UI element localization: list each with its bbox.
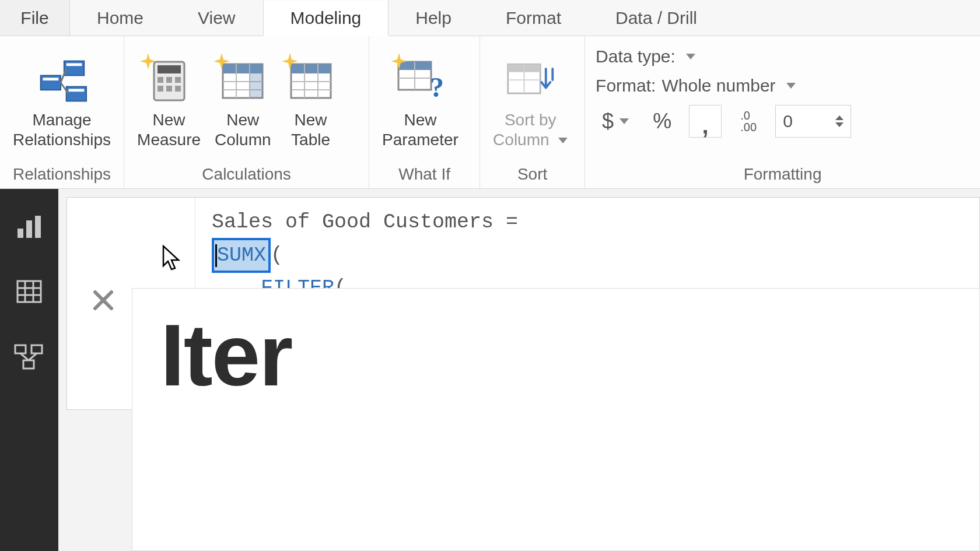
currency-symbol: $ — [602, 109, 614, 134]
svg-rect-45 — [18, 281, 41, 302]
format-dropdown[interactable] — [786, 83, 796, 89]
svg-rect-11 — [158, 77, 163, 83]
svg-line-53 — [20, 353, 29, 360]
svg-rect-50 — [15, 345, 26, 353]
new-column-icon — [217, 55, 268, 107]
svg-marker-32 — [391, 53, 407, 69]
thousands-separator-button[interactable]: , — [689, 105, 722, 138]
svg-rect-43 — [26, 220, 32, 238]
currency-button[interactable]: $ — [596, 105, 635, 138]
workspace: Sales of Good Customers = SUMX( FILTER( … — [0, 189, 980, 551]
chevron-down-icon — [558, 138, 568, 143]
ribbon: Manage Relationships Relationships New M… — [0, 36, 980, 189]
tab-data-drill[interactable]: Data / Drill — [589, 0, 724, 36]
view-rail — [0, 189, 58, 551]
model-view-button[interactable] — [13, 341, 46, 373]
format-label: Format: — [596, 76, 656, 96]
new-table-button[interactable]: New Table — [278, 52, 344, 150]
data-type-label: Data type: — [596, 47, 676, 66]
manage-relationships-icon — [36, 55, 88, 107]
formula-selection: SUMX — [212, 238, 271, 273]
group-label-relationships: Relationships — [0, 163, 124, 188]
svg-line-54 — [29, 353, 37, 360]
sort-by-column-button[interactable]: Sort by Column — [486, 52, 575, 150]
svg-rect-15 — [166, 86, 172, 92]
svg-rect-0 — [64, 61, 84, 75]
svg-rect-3 — [43, 78, 59, 80]
svg-rect-52 — [23, 360, 34, 368]
tab-modeling[interactable]: Modeling — [263, 1, 389, 36]
ribbon-group-formatting: Data type: Format: Whole number $ % , — [585, 36, 980, 188]
svg-rect-1 — [66, 63, 82, 66]
svg-rect-4 — [66, 86, 86, 101]
menubar: File Home View Modeling Help Format Data… — [0, 0, 980, 36]
group-label-formatting: Formatting — [585, 163, 980, 188]
svg-marker-8 — [140, 53, 156, 69]
ribbon-group-relationships: Manage Relationships Relationships — [0, 36, 124, 188]
tab-help[interactable]: Help — [388, 0, 479, 36]
report-canvas[interactable]: Iter — [132, 288, 980, 551]
group-label-sort: Sort — [480, 163, 584, 188]
new-table-icon — [285, 55, 337, 107]
new-column-label: New Column — [215, 110, 271, 149]
currency-dropdown-icon — [620, 118, 629, 124]
formula-token: ( — [271, 244, 283, 267]
svg-rect-42 — [18, 229, 23, 238]
ribbon-group-whatif: ? New Parameter What If — [369, 36, 480, 188]
percent-symbol: % — [653, 109, 671, 134]
decimal-places-input[interactable]: 0 — [775, 105, 851, 138]
svg-rect-10 — [158, 65, 181, 73]
svg-marker-17 — [214, 53, 230, 69]
data-type-dropdown[interactable] — [686, 54, 695, 59]
file-menu[interactable]: File — [0, 0, 70, 36]
new-column-button[interactable]: New Column — [208, 52, 278, 150]
tab-view[interactable]: View — [171, 0, 262, 36]
ribbon-group-calculations: New Measure New Column — [124, 36, 369, 188]
svg-rect-24 — [250, 64, 262, 98]
percent-button[interactable]: % — [646, 105, 678, 138]
svg-rect-14 — [158, 86, 163, 92]
data-view-button[interactable] — [13, 275, 46, 308]
group-label-calculations: Calculations — [124, 163, 369, 188]
report-view-button[interactable] — [13, 210, 46, 243]
sort-by-column-icon — [505, 55, 556, 107]
svg-rect-16 — [175, 86, 181, 92]
new-measure-button[interactable]: New Measure — [130, 52, 208, 150]
manage-relationships-button[interactable]: Manage Relationships — [6, 52, 118, 150]
svg-text:?: ? — [430, 72, 444, 103]
svg-rect-12 — [166, 77, 172, 83]
tab-home[interactable]: Home — [70, 0, 171, 36]
thousands-symbol: , — [702, 113, 709, 130]
svg-rect-51 — [32, 345, 42, 353]
svg-rect-2 — [41, 75, 61, 90]
cancel-formula-button[interactable] — [90, 287, 116, 320]
canvas-title-fragment: Iter — [132, 289, 979, 406]
work-area: Sales of Good Customers = SUMX( FILTER( … — [58, 189, 980, 551]
new-parameter-button[interactable]: ? New Parameter — [375, 52, 466, 150]
svg-rect-44 — [35, 216, 41, 238]
new-table-label: New Table — [291, 110, 330, 149]
decimal-spinner[interactable] — [835, 115, 844, 127]
svg-marker-25 — [282, 53, 298, 69]
group-label-whatif: What If — [369, 163, 480, 188]
svg-rect-13 — [175, 77, 181, 83]
format-value[interactable]: Whole number — [662, 76, 775, 96]
decimal-precision-icon: .0 .00 — [732, 105, 765, 138]
decimal-places-value: 0 — [783, 111, 793, 131]
svg-rect-5 — [69, 89, 85, 92]
new-parameter-icon: ? — [394, 55, 446, 107]
tab-format[interactable]: Format — [479, 0, 589, 36]
sort-by-column-label: Sort by Column — [493, 110, 568, 149]
new-parameter-label: New Parameter — [382, 110, 459, 149]
new-measure-label: New Measure — [137, 110, 201, 149]
formula-measure-name: Sales of Good Customers = — [212, 210, 530, 234]
new-measure-icon — [144, 55, 195, 107]
ribbon-group-sort: Sort by Column Sort — [480, 36, 585, 188]
manage-relationships-label: Manage Relationships — [13, 110, 111, 149]
